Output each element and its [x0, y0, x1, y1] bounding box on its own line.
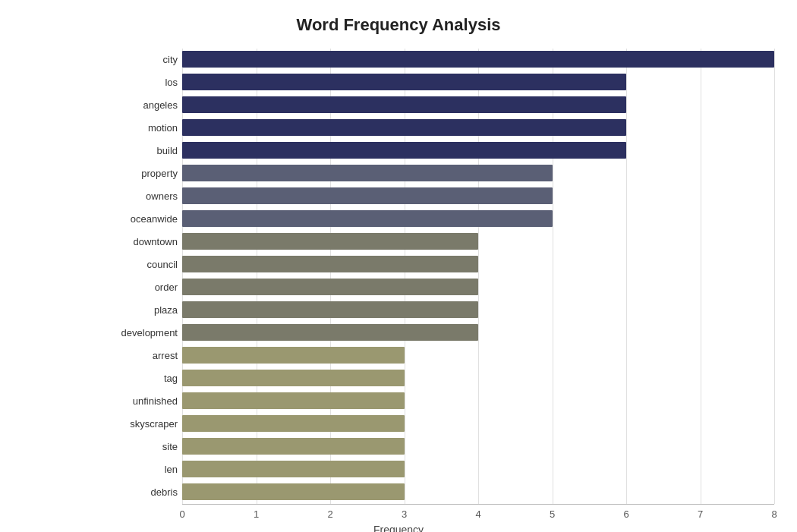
bar — [182, 370, 405, 386]
bars-grid-area: citylosangelesmotionbuildpropertyownerso… — [182, 49, 774, 504]
bar-label: arrest — [93, 350, 178, 361]
bar-row: council — [182, 253, 774, 275]
bar-label: property — [93, 168, 178, 179]
bar — [182, 142, 626, 159]
x-axis-label: Frequency — [23, 524, 774, 532]
bar-label: tag — [93, 373, 178, 384]
bar-row: arrest — [182, 345, 774, 366]
bar — [182, 165, 553, 181]
x-axis: 012345678 — [182, 504, 774, 519]
bar-label: downtown — [93, 236, 178, 247]
bar-row: downtown — [182, 231, 774, 252]
bar-row: tag — [182, 367, 774, 389]
bar — [182, 301, 478, 318]
x-tick: 5 — [550, 508, 555, 520]
bar-row: site — [182, 436, 774, 457]
bar — [182, 415, 405, 432]
bar-label: development — [93, 327, 178, 338]
bar-row: property — [182, 162, 774, 184]
x-tick: 3 — [402, 508, 407, 520]
bar-label: skyscraper — [93, 418, 178, 430]
bar — [182, 233, 478, 250]
bar-label: motion — [93, 122, 178, 134]
bar-label: len — [93, 464, 178, 475]
bar — [182, 438, 405, 455]
bar-label: oceanwide — [93, 213, 178, 225]
bar-label: order — [93, 282, 178, 293]
x-tick: 2 — [327, 508, 332, 520]
bar-row: motion — [182, 117, 774, 138]
bar — [182, 51, 774, 68]
x-tick: 7 — [698, 508, 703, 520]
bar-row: unfinished — [182, 390, 774, 411]
bar-label: council — [93, 259, 178, 270]
bar-row: build — [182, 140, 774, 161]
bar — [182, 392, 405, 409]
bar-label: site — [93, 441, 178, 452]
bar — [182, 187, 553, 204]
bar-label: owners — [93, 190, 178, 202]
bar-row: city — [182, 49, 774, 70]
bar-label: city — [93, 54, 178, 65]
bar — [182, 279, 478, 295]
x-tick: 4 — [475, 508, 480, 520]
bar-label: unfinished — [93, 395, 178, 407]
bar-row: development — [182, 322, 774, 343]
bar-row: debris — [182, 481, 774, 502]
chart-container: Word Frequency Analysis citylosangelesmo… — [0, 0, 797, 532]
bar — [182, 119, 626, 136]
chart-title: Word Frequency Analysis — [23, 15, 774, 35]
bar-label: los — [93, 77, 178, 88]
x-tick: 1 — [254, 508, 259, 520]
bar-label: angeles — [93, 99, 178, 111]
bar — [182, 96, 626, 113]
bar-row: plaza — [182, 299, 774, 320]
bar-row: order — [182, 276, 774, 297]
bar — [182, 256, 478, 272]
bar-row: los — [182, 71, 774, 93]
bar — [182, 324, 478, 341]
bar — [182, 461, 405, 477]
bar-row: owners — [182, 185, 774, 206]
x-tick: 8 — [771, 508, 777, 520]
bar — [182, 483, 405, 500]
plot-area: citylosangelesmotionbuildpropertyownerso… — [182, 49, 774, 519]
bar — [182, 347, 405, 364]
bar — [182, 74, 626, 90]
x-tick: 6 — [623, 508, 628, 520]
bar — [182, 210, 553, 227]
bar-row: skyscraper — [182, 413, 774, 434]
x-tick: 0 — [179, 508, 184, 520]
gridline — [774, 49, 775, 504]
bar-label: debris — [93, 486, 178, 498]
bar-row: len — [182, 458, 774, 480]
bar-row: angeles — [182, 94, 774, 115]
bar-label: plaza — [93, 304, 178, 316]
bar-row: oceanwide — [182, 208, 774, 229]
bar-label: build — [93, 145, 178, 156]
